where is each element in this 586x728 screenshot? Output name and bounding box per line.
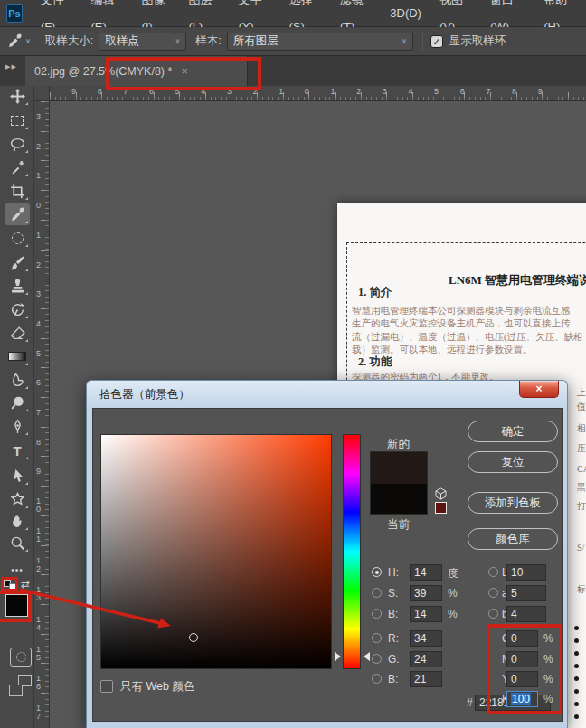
ruler-number: 0 (305, 87, 309, 96)
healing-brush-tool[interactable] (5, 227, 30, 249)
smudge-tool[interactable] (5, 369, 30, 391)
b-lab-radio[interactable] (488, 609, 498, 619)
g-input[interactable]: 24 (410, 651, 442, 667)
eyedropper-tool-icon (10, 207, 25, 222)
show-sampling-ring-checkbox[interactable]: ✓ (430, 35, 443, 48)
more-tools-icon: ••• (11, 565, 24, 575)
history-brush-tool[interactable] (5, 298, 30, 320)
reset-button[interactable]: 复位 (468, 451, 558, 473)
move-tool[interactable] (5, 85, 30, 107)
new-color-swatch (371, 452, 427, 484)
document-dot (574, 626, 579, 630)
dialog-close-button[interactable]: × (519, 381, 559, 398)
h-input[interactable]: 14 (410, 564, 442, 581)
hue-slider-arrow-right[interactable] (364, 652, 370, 661)
b-radio[interactable] (372, 609, 382, 619)
ruler-number: 0 (36, 202, 41, 210)
gradient-tool[interactable] (5, 345, 30, 367)
ok-button[interactable]: 确定 (468, 421, 558, 442)
ruler-number: 1 7 (36, 704, 41, 721)
document-dot (574, 676, 579, 681)
eyedropper-tool[interactable] (5, 203, 30, 225)
path-selection-tool[interactable] (5, 465, 30, 487)
color-field-marker[interactable] (189, 633, 198, 642)
divider (422, 32, 423, 52)
add-to-swatches-button[interactable]: 添加到色板 (468, 492, 558, 514)
zoom-tool[interactable] (5, 532, 30, 553)
vertical-ruler: 32101234567891 01 11 21 31 41 51 61 7 (34, 101, 50, 728)
s-radio[interactable] (372, 588, 382, 598)
tools-panel: T ••• (0, 86, 34, 728)
clone-stamp-tool[interactable] (5, 275, 30, 297)
r-radio[interactable] (372, 633, 382, 643)
g-radio[interactable] (372, 654, 382, 664)
sample-size-select[interactable]: 取样点 ∨ (99, 33, 186, 51)
b-lab-input[interactable]: 4 (506, 606, 546, 622)
screen-mode-button[interactable] (9, 675, 33, 696)
lasso-tool[interactable] (5, 133, 30, 155)
crop-tool[interactable] (5, 180, 30, 202)
ruler-number: 2 (36, 261, 41, 269)
hue-slider[interactable] (343, 434, 361, 669)
crop-tool-icon (10, 184, 25, 199)
ruler-number: 1 1 (36, 527, 41, 544)
b2-radio[interactable] (372, 674, 382, 684)
ruler-number: 8 (36, 439, 41, 447)
smudge-tool-icon (10, 373, 25, 388)
type-tool[interactable]: T (5, 440, 30, 461)
new-color-label: 新的 (387, 437, 410, 452)
h-radio[interactable] (372, 567, 382, 577)
ruler-number: 5 (434, 87, 439, 96)
swap-colors-icon[interactable]: ⇄ (21, 578, 30, 591)
document-title-text: LN6M 智慧用电管理终端说明 (449, 272, 586, 288)
document-text-fragment: 上 (577, 386, 586, 399)
ruler-number: 1 (331, 87, 336, 96)
ruler-number: 9 (71, 87, 76, 96)
quick-mask-button[interactable] (10, 648, 32, 667)
gamut-color-swatch[interactable] (435, 502, 447, 514)
show-sampling-ring-label: 显示取样环 (449, 33, 506, 49)
current-color-label: 当前 (387, 517, 410, 533)
r-input[interactable]: 34 (410, 630, 442, 647)
ruler-number: 1 (279, 87, 283, 96)
sample-layers-select[interactable]: 所有图层 ∨ (227, 33, 413, 51)
s-input[interactable]: 39 (410, 585, 442, 601)
options-bar: ∨ 取样大小: 取样点 ∨ 样本: 所有图层 ∨ ✓ 显示取样环 (0, 27, 586, 56)
b2-input[interactable]: 21 (410, 671, 442, 687)
current-color-swatch[interactable] (371, 484, 427, 514)
annotation-box-foreground-swatch (0, 591, 32, 622)
only-web-colors-checkbox[interactable] (100, 680, 113, 693)
path-selection-tool-icon (10, 468, 25, 484)
a-radio[interactable] (488, 588, 498, 598)
brush-tool[interactable] (5, 251, 30, 273)
gradient-tool-icon (8, 352, 26, 361)
eraser-tool[interactable] (5, 322, 30, 344)
zoom-tool-icon (10, 535, 25, 551)
custom-shape-tool[interactable] (5, 488, 30, 510)
hand-tool-icon (10, 514, 25, 529)
hand-tool[interactable] (5, 510, 30, 532)
dodge-tool[interactable] (5, 392, 30, 413)
a-input[interactable]: 5 (506, 585, 546, 601)
eyedropper-preset-button[interactable]: ∨ (7, 33, 31, 49)
annotation-box-cmyk (487, 624, 562, 714)
color-libraries-button[interactable]: 颜色库 (468, 528, 558, 550)
ruler-number: 1 0 (36, 497, 41, 514)
ruler-number: 4 (408, 87, 412, 96)
l-radio[interactable] (488, 567, 498, 577)
chevron-down-icon: ∨ (25, 37, 31, 45)
magic-wand-tool[interactable] (5, 156, 30, 178)
saturation-brightness-field[interactable] (100, 434, 332, 669)
gamut-warning-cube-icon[interactable] (434, 487, 448, 500)
dialog-title-bar[interactable]: 拾色器（前景色） × (87, 381, 567, 408)
l-input[interactable]: 10 (506, 564, 546, 581)
panel-expand-icon[interactable]: ▶▶ (5, 63, 17, 71)
hue-slider-arrow-left[interactable] (335, 652, 341, 661)
b-input[interactable]: 14 (410, 606, 442, 622)
photoshop-window: Ps 文件(F) 编辑(E) 图像(I) 图层(L) 文字(Y) 选择(S) 滤… (0, 0, 586, 728)
menu-3d[interactable]: 3D(D) (381, 0, 430, 27)
ruler-number: 1 2 (36, 557, 41, 573)
only-web-colors-label: 只有 Web 颜色 (120, 679, 194, 695)
pen-tool[interactable] (5, 415, 30, 437)
rectangular-marquee-tool[interactable] (5, 109, 30, 131)
